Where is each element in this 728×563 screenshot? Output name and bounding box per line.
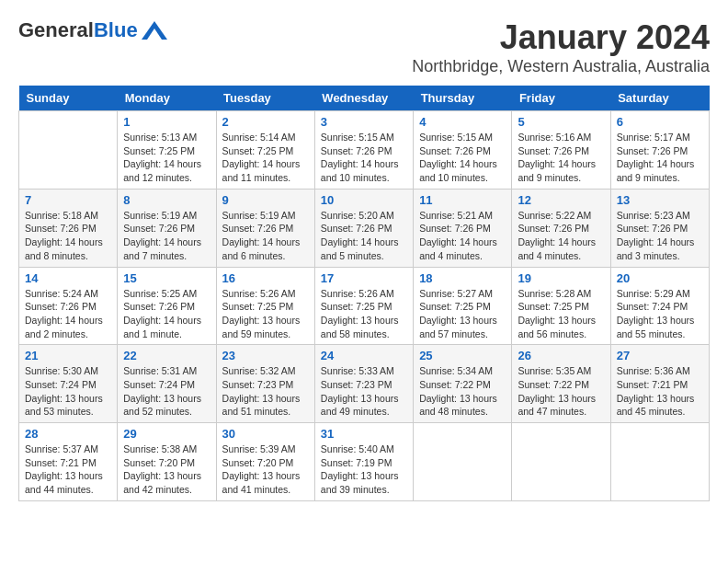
calendar-cell: 5Sunrise: 5:16 AM Sunset: 7:26 PM Daylig… — [512, 111, 610, 190]
day-number: 31 — [321, 427, 407, 441]
calendar-cell: 31Sunrise: 5:40 AM Sunset: 7:19 PM Dayli… — [314, 423, 413, 501]
day-number: 12 — [518, 193, 604, 207]
calendar-cell: 8Sunrise: 5:19 AM Sunset: 7:26 PM Daylig… — [118, 189, 216, 267]
day-info: Sunrise: 5:25 AM Sunset: 7:26 PM Dayligh… — [123, 287, 210, 341]
day-number: 29 — [123, 427, 210, 441]
logo-general: GeneralBlue — [18, 18, 138, 42]
calendar-week-row: 28Sunrise: 5:37 AM Sunset: 7:21 PM Dayli… — [19, 423, 710, 501]
logo: GeneralBlue — [18, 18, 167, 42]
day-number: 22 — [123, 349, 210, 362]
calendar-cell: 12Sunrise: 5:22 AM Sunset: 7:26 PM Dayli… — [512, 189, 610, 267]
calendar-cell: 15Sunrise: 5:25 AM Sunset: 7:26 PM Dayli… — [118, 267, 216, 345]
day-number: 6 — [617, 115, 703, 129]
day-info: Sunrise: 5:16 AM Sunset: 7:26 PM Dayligh… — [518, 131, 604, 185]
day-info: Sunrise: 5:22 AM Sunset: 7:26 PM Dayligh… — [518, 209, 604, 263]
weekday-header: Thursday — [414, 86, 512, 111]
day-info: Sunrise: 5:14 AM Sunset: 7:25 PM Dayligh… — [222, 131, 309, 185]
day-number: 27 — [617, 349, 703, 362]
calendar-cell: 28Sunrise: 5:37 AM Sunset: 7:21 PM Dayli… — [19, 423, 118, 501]
calendar-table: SundayMondayTuesdayWednesdayThursdayFrid… — [18, 86, 710, 501]
day-info: Sunrise: 5:15 AM Sunset: 7:26 PM Dayligh… — [321, 131, 407, 185]
calendar-cell: 9Sunrise: 5:19 AM Sunset: 7:26 PM Daylig… — [216, 189, 314, 267]
calendar-week-row: 21Sunrise: 5:30 AM Sunset: 7:24 PM Dayli… — [19, 345, 710, 423]
day-info: Sunrise: 5:39 AM Sunset: 7:20 PM Dayligh… — [222, 442, 309, 497]
day-number: 9 — [222, 193, 309, 207]
day-info: Sunrise: 5:21 AM Sunset: 7:26 PM Dayligh… — [419, 209, 506, 263]
day-info: Sunrise: 5:40 AM Sunset: 7:19 PM Dayligh… — [321, 442, 407, 497]
day-number: 4 — [419, 115, 506, 129]
calendar-cell: 25Sunrise: 5:34 AM Sunset: 7:22 PM Dayli… — [414, 345, 512, 423]
calendar-title: January 2024 — [412, 18, 710, 57]
calendar-cell: 18Sunrise: 5:27 AM Sunset: 7:25 PM Dayli… — [414, 267, 512, 345]
day-number: 1 — [123, 115, 210, 129]
day-info: Sunrise: 5:15 AM Sunset: 7:26 PM Dayligh… — [419, 131, 506, 185]
day-number: 18 — [419, 271, 506, 285]
calendar-cell: 26Sunrise: 5:35 AM Sunset: 7:22 PM Dayli… — [512, 345, 610, 423]
day-info: Sunrise: 5:18 AM Sunset: 7:26 PM Dayligh… — [25, 209, 111, 263]
calendar-cell: 20Sunrise: 5:29 AM Sunset: 7:24 PM Dayli… — [610, 267, 709, 345]
calendar-cell — [512, 423, 610, 501]
day-info: Sunrise: 5:31 AM Sunset: 7:24 PM Dayligh… — [123, 364, 210, 419]
calendar-cell: 24Sunrise: 5:33 AM Sunset: 7:23 PM Dayli… — [314, 345, 413, 423]
calendar-cell: 27Sunrise: 5:36 AM Sunset: 7:21 PM Dayli… — [610, 345, 709, 423]
day-number: 8 — [123, 193, 210, 207]
calendar-cell — [19, 111, 118, 190]
day-info: Sunrise: 5:32 AM Sunset: 7:23 PM Dayligh… — [222, 364, 309, 419]
weekday-header: Saturday — [610, 86, 709, 111]
day-number: 10 — [321, 193, 407, 207]
day-info: Sunrise: 5:26 AM Sunset: 7:25 PM Dayligh… — [321, 287, 407, 341]
day-number: 19 — [518, 271, 604, 285]
calendar-cell: 21Sunrise: 5:30 AM Sunset: 7:24 PM Dayli… — [19, 345, 118, 423]
day-number: 3 — [321, 115, 407, 129]
day-number: 2 — [222, 115, 309, 129]
day-info: Sunrise: 5:23 AM Sunset: 7:26 PM Dayligh… — [617, 209, 703, 263]
day-number: 17 — [321, 271, 407, 285]
weekday-header-row: SundayMondayTuesdayWednesdayThursdayFrid… — [19, 86, 710, 111]
calendar-subtitle: Northbridge, Western Australia, Australi… — [412, 57, 710, 76]
day-number: 5 — [518, 115, 604, 129]
day-number: 16 — [222, 271, 309, 285]
day-info: Sunrise: 5:36 AM Sunset: 7:21 PM Dayligh… — [617, 364, 703, 419]
day-number: 13 — [617, 193, 703, 207]
day-info: Sunrise: 5:26 AM Sunset: 7:25 PM Dayligh… — [222, 287, 309, 341]
calendar-cell: 16Sunrise: 5:26 AM Sunset: 7:25 PM Dayli… — [216, 267, 314, 345]
weekday-header: Monday — [118, 86, 216, 111]
calendar-cell: 14Sunrise: 5:24 AM Sunset: 7:26 PM Dayli… — [19, 267, 118, 345]
day-number: 7 — [25, 193, 111, 207]
day-number: 23 — [222, 349, 309, 362]
weekday-header: Sunday — [19, 86, 118, 111]
weekday-header: Wednesday — [314, 86, 413, 111]
day-number: 11 — [419, 193, 506, 207]
day-info: Sunrise: 5:33 AM Sunset: 7:23 PM Dayligh… — [321, 364, 407, 419]
day-number: 21 — [25, 349, 111, 362]
calendar-cell: 2Sunrise: 5:14 AM Sunset: 7:25 PM Daylig… — [216, 111, 314, 190]
calendar-week-row: 14Sunrise: 5:24 AM Sunset: 7:26 PM Dayli… — [19, 267, 710, 345]
day-info: Sunrise: 5:30 AM Sunset: 7:24 PM Dayligh… — [25, 364, 111, 419]
calendar-cell: 6Sunrise: 5:17 AM Sunset: 7:26 PM Daylig… — [610, 111, 709, 190]
day-info: Sunrise: 5:17 AM Sunset: 7:26 PM Dayligh… — [617, 131, 703, 185]
day-info: Sunrise: 5:28 AM Sunset: 7:25 PM Dayligh… — [518, 287, 604, 341]
calendar-cell: 10Sunrise: 5:20 AM Sunset: 7:26 PM Dayli… — [314, 189, 413, 267]
day-number: 15 — [123, 271, 210, 285]
day-info: Sunrise: 5:20 AM Sunset: 7:26 PM Dayligh… — [321, 209, 407, 263]
day-info: Sunrise: 5:29 AM Sunset: 7:24 PM Dayligh… — [617, 287, 703, 341]
calendar-cell: 4Sunrise: 5:15 AM Sunset: 7:26 PM Daylig… — [414, 111, 512, 190]
calendar-cell: 11Sunrise: 5:21 AM Sunset: 7:26 PM Dayli… — [414, 189, 512, 267]
calendar-week-row: 1Sunrise: 5:13 AM Sunset: 7:25 PM Daylig… — [19, 111, 710, 190]
day-number: 30 — [222, 427, 309, 441]
calendar-cell: 13Sunrise: 5:23 AM Sunset: 7:26 PM Dayli… — [610, 189, 709, 267]
page-header: GeneralBlue January 2024 Northbridge, We… — [18, 18, 710, 76]
day-info: Sunrise: 5:38 AM Sunset: 7:20 PM Dayligh… — [123, 442, 210, 497]
calendar-cell — [414, 423, 512, 501]
calendar-cell: 7Sunrise: 5:18 AM Sunset: 7:26 PM Daylig… — [19, 189, 118, 267]
day-info: Sunrise: 5:34 AM Sunset: 7:22 PM Dayligh… — [419, 364, 506, 419]
weekday-header: Friday — [512, 86, 610, 111]
day-info: Sunrise: 5:35 AM Sunset: 7:22 PM Dayligh… — [518, 364, 604, 419]
day-number: 25 — [419, 349, 506, 362]
day-info: Sunrise: 5:19 AM Sunset: 7:26 PM Dayligh… — [123, 209, 210, 263]
day-number: 26 — [518, 349, 604, 362]
calendar-cell: 30Sunrise: 5:39 AM Sunset: 7:20 PM Dayli… — [216, 423, 314, 501]
calendar-header: January 2024 Northbridge, Western Austra… — [412, 18, 710, 76]
day-number: 14 — [25, 271, 111, 285]
calendar-cell: 29Sunrise: 5:38 AM Sunset: 7:20 PM Dayli… — [118, 423, 216, 501]
